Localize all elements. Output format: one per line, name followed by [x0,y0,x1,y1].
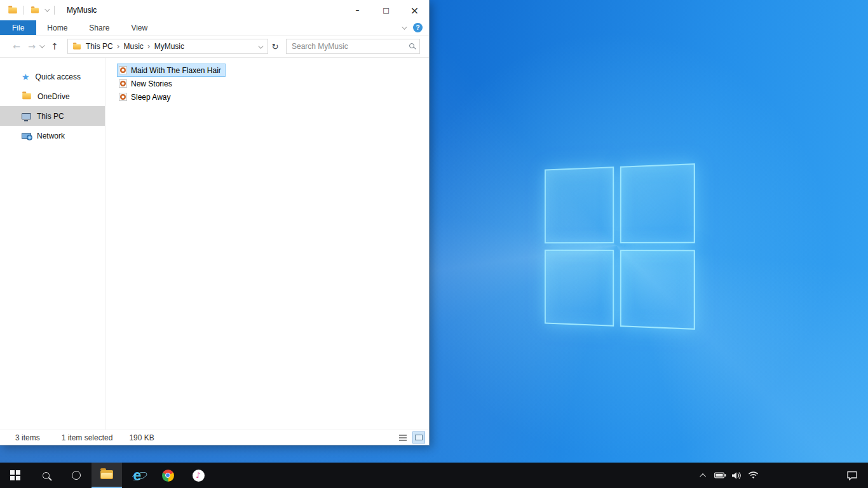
navigation-pane: ★ Quick access OneDrive This PC Network [0,58,105,430]
music-app-icon: ♪ [193,470,205,482]
this-pc-icon [22,113,31,119]
file-explorer-icon [100,470,113,479]
search-icon[interactable] [409,43,414,48]
onedrive-icon [22,93,31,99]
title-bar[interactable]: MyMusic – □ × [0,0,429,20]
details-view-icon [399,435,407,441]
taskbar-internet-explorer-button[interactable]: e [122,463,153,488]
address-bar[interactable]: This PC › Music › MyMusic [67,39,268,54]
status-item-count: 3 items [15,433,40,442]
network-tray-button[interactable] [745,463,761,488]
speaker-icon [731,471,742,480]
file-list: Maid With The Flaxen Hair New Stories Sl… [105,58,429,430]
file-item[interactable]: Sleep Away [117,90,175,104]
window-controls: – □ × [343,0,429,20]
file-explorer-window: MyMusic – □ × File Home Share View ? ← →… [0,0,430,445]
thumbnails-view-icon [415,435,423,440]
search-icon [43,472,50,479]
chevron-up-icon [700,473,706,479]
expand-ribbon-chevron-icon[interactable] [402,24,407,29]
cortana-icon [72,471,81,480]
windows-logo-pane [620,250,695,330]
tab-view[interactable]: View [120,20,158,35]
file-item[interactable]: New Stories [117,77,177,90]
maximize-button[interactable]: □ [372,0,400,20]
breadcrumb-this-pc[interactable]: This PC [82,42,117,51]
taskbar: e ♪ [0,463,868,488]
status-selection: 1 item selected [62,433,113,442]
close-button[interactable]: × [400,0,429,20]
window-title: MyMusic [67,6,97,15]
windows-start-icon [10,470,20,480]
forward-button[interactable]: → [24,41,39,51]
breadcrumb-music[interactable]: Music [120,42,147,51]
help-icon[interactable]: ? [413,23,423,32]
windows-logo-pane [545,250,614,327]
file-name: New Stories [131,79,172,88]
recent-locations-chevron-icon[interactable] [39,43,44,48]
quick-access-toolbar-chevron-icon[interactable] [44,6,50,11]
windows-logo [545,163,695,330]
up-button[interactable]: ↑ [47,41,62,51]
titlebar-divider [24,6,24,15]
sidebar-item-this-pc[interactable]: This PC [0,106,105,126]
wifi-icon [748,471,759,479]
taskbar-file-explorer-button[interactable] [92,463,122,488]
media-file-icon [119,93,127,101]
titlebar-divider [54,6,55,15]
start-button[interactable] [0,463,31,488]
file-name: Maid With The Flaxen Hair [131,66,221,75]
tray-expand-button[interactable] [695,463,712,488]
search-input[interactable] [287,39,419,53]
status-bar: 3 items 1 item selected 190 KB [0,430,429,445]
breadcrumb-mymusic[interactable]: MyMusic [151,42,188,51]
media-file-icon [119,79,127,88]
address-dropdown-chevron-icon[interactable] [255,42,265,51]
sidebar-item-label: This PC [37,112,64,121]
sidebar-item-label: Network [37,132,65,140]
taskbar-chrome-button[interactable] [153,463,183,488]
internet-explorer-icon: e [133,468,142,483]
volume-tray-button[interactable] [728,463,745,488]
details-view-button[interactable] [397,431,409,444]
tab-file[interactable]: File [0,20,36,35]
file-name: Sleep Away [131,93,171,102]
windows-logo-pane [545,166,614,243]
cortana-button[interactable] [61,463,92,488]
media-file-icon [119,66,127,74]
sidebar-item-label: OneDrive [37,92,70,101]
address-folder-icon [73,44,81,49]
status-size: 190 KB [129,433,154,442]
refresh-button[interactable]: ↻ [268,42,282,51]
minimize-button[interactable]: – [343,0,372,20]
system-tray [695,463,868,488]
file-item[interactable]: Maid With The Flaxen Hair [117,64,226,77]
sidebar-item-onedrive[interactable]: OneDrive [0,86,105,106]
taskbar-itunes-button[interactable]: ♪ [183,463,214,488]
system-menu-folder-icon[interactable] [8,7,17,13]
sidebar-item-network[interactable]: Network [0,126,105,146]
tab-share[interactable]: Share [78,20,120,35]
taskbar-search-button[interactable] [31,463,61,488]
chrome-icon [162,470,174,482]
sidebar-item-quick-access[interactable]: ★ Quick access [0,67,105,86]
network-icon [22,133,31,139]
battery-tray-button[interactable] [712,463,728,488]
action-center-icon [847,471,857,480]
windows-logo-pane [620,163,695,243]
ribbon-tab-bar: File Home Share View ? [0,20,429,36]
battery-icon [714,472,726,478]
back-button[interactable]: ← [9,41,24,51]
tab-home[interactable]: Home [36,20,78,35]
thumbnails-view-button[interactable] [412,431,425,444]
quick-access-toolbar-icon[interactable] [31,8,39,13]
action-center-button[interactable] [839,463,865,488]
quick-access-star-icon: ★ [22,72,30,81]
search-box [286,39,420,54]
sidebar-item-label: Quick access [36,72,81,81]
navigation-bar: ← → ↑ This PC › Music › MyMusic ↻ [0,36,429,58]
